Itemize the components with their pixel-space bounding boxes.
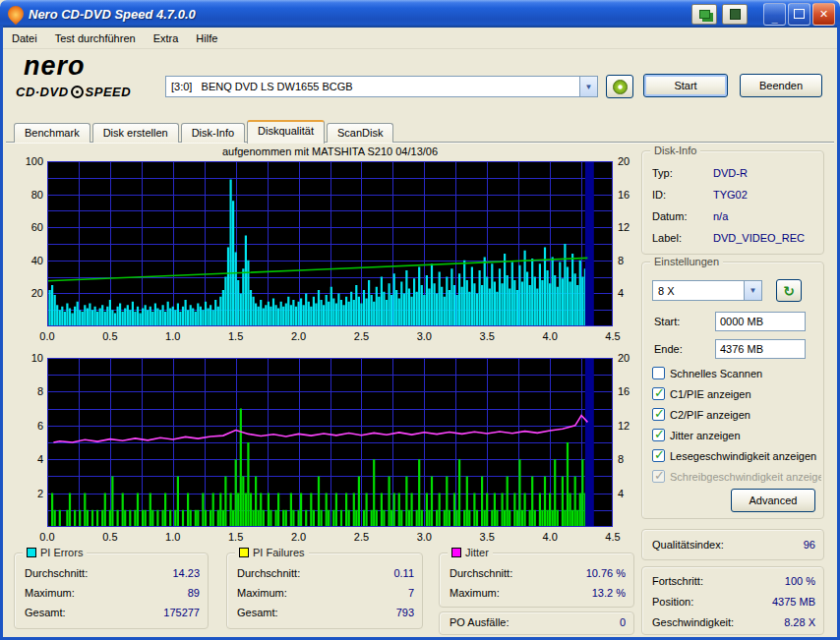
menu-hilfe[interactable]: Hilfe bbox=[187, 30, 226, 46]
checkbox-lesegeschwindigkeit[interactable]: Lesegeschwindigkeit anzeigen bbox=[652, 449, 821, 462]
field-label: Position: bbox=[652, 596, 693, 608]
axis-tick-label: 1.5 bbox=[222, 330, 250, 342]
field-label: Durchschnitt: bbox=[450, 567, 512, 579]
checkbox-box bbox=[652, 429, 665, 441]
disk-info-title: Disk-Info bbox=[650, 145, 700, 156]
stat-row: Durchschnitt: 10.76 % bbox=[450, 567, 626, 579]
maximize-button[interactable] bbox=[788, 3, 810, 26]
axis-tick-label: 8 bbox=[14, 385, 43, 397]
checkbox-schreibgeschwindigkeit[interactable]: Schreibgeschwindigkeit anzeigen bbox=[652, 470, 821, 483]
axis-tick-label: 6 bbox=[14, 420, 43, 432]
tab-disk-info[interactable]: Disk-Info bbox=[181, 123, 245, 143]
axis-tick-label: 40 bbox=[14, 255, 43, 266]
checkbox-box bbox=[652, 408, 665, 421]
maximize-icon bbox=[794, 9, 805, 19]
start-position-input[interactable]: 0000 MB bbox=[715, 312, 806, 331]
field-label: Maximum: bbox=[25, 587, 75, 599]
axis-tick-label: 3.0 bbox=[410, 531, 438, 543]
app-icon bbox=[5, 3, 28, 26]
stat-value: 10.76 % bbox=[586, 567, 626, 579]
pif-jitter-chart: 246810481216200.00.51.01.52.02.53.03.54.… bbox=[10, 342, 647, 545]
stat-value: 0.11 bbox=[393, 567, 414, 579]
refresh-button[interactable]: ↻ bbox=[776, 279, 802, 302]
position-row: Position: 4375 MB bbox=[652, 596, 815, 608]
axis-tick-label: 0.0 bbox=[33, 330, 61, 342]
panel-title-text: Jitter bbox=[465, 547, 489, 558]
tab-strip: Benchmark Disk erstellen Disk-Info Diskq… bbox=[14, 120, 395, 143]
tab-diskqualitaet[interactable]: Diskqualität bbox=[247, 120, 325, 144]
disk-date-value: n/a bbox=[713, 210, 728, 222]
close-button[interactable]: ✕ bbox=[812, 3, 835, 26]
stat-value: 13.2 % bbox=[592, 587, 626, 599]
speed-select[interactable]: 8 X ▼ bbox=[652, 280, 762, 301]
stat-value: 175277 bbox=[163, 607, 200, 618]
quit-button[interactable]: Beenden bbox=[740, 74, 822, 97]
axis-tick-label: 2.5 bbox=[347, 330, 375, 342]
menu-test-durchfuehren[interactable]: Test durchführen bbox=[46, 30, 145, 46]
stat-value: 793 bbox=[396, 607, 414, 618]
axis-tick-label: 8 bbox=[618, 453, 641, 465]
menu-datei[interactable]: Datei bbox=[3, 30, 46, 46]
speed-select-dropdown-button[interactable]: ▼ bbox=[744, 281, 761, 300]
axis-tick-label: 4.0 bbox=[536, 531, 564, 543]
logo-product-left: CD·DVD bbox=[16, 85, 69, 99]
stat-value: 7 bbox=[408, 587, 414, 599]
drive-select[interactable]: [3:0] BENQ DVD LS DW1655 BCGB ▼ bbox=[165, 76, 598, 97]
checkbox-jitter-anzeigen[interactable]: Jitter anzeigen bbox=[652, 429, 821, 441]
checkbox-c2-pif-anzeigen[interactable]: C2/PIF anzeigen bbox=[652, 408, 821, 421]
quality-index-value: 96 bbox=[804, 539, 815, 551]
menu-bar: Datei Test durchführen Extra Hilfe bbox=[3, 28, 837, 49]
disk-id-value: TYG02 bbox=[713, 189, 748, 201]
jitter-panel: Jitter Durchschnitt: 10.76 % Maximum: 13… bbox=[439, 553, 634, 608]
field-label: Label: bbox=[652, 232, 713, 244]
axis-tick-label: 4.5 bbox=[599, 531, 627, 543]
settings-title: Einstellungen bbox=[650, 256, 723, 267]
disk-label-value: DVD_VIDEO_REC bbox=[713, 232, 805, 244]
pi-failures-legend-swatch bbox=[239, 548, 249, 557]
disk-icon bbox=[730, 9, 741, 20]
menu-extra[interactable]: Extra bbox=[145, 30, 188, 46]
start-label: Start: bbox=[654, 316, 680, 327]
field-label: Durchschnitt: bbox=[25, 567, 88, 579]
disk-type-row: Typ: DVD-R bbox=[652, 167, 817, 179]
start-button[interactable]: Start bbox=[643, 74, 728, 97]
axis-tick-label: 20 bbox=[618, 352, 641, 364]
tab-scandisk[interactable]: ScanDisk bbox=[327, 123, 393, 143]
axis-tick-label: 12 bbox=[618, 420, 641, 432]
settings-group: Einstellungen 8 X ▼ ↻ Start: 0000 MB End… bbox=[641, 262, 824, 519]
checkbox-label: C1/PIE anzeigen bbox=[670, 388, 751, 400]
application-window: Nero CD-DVD Speed 4.7.0.0 _ ✕ Datei Test… bbox=[0, 0, 840, 640]
stat-row: Gesamt: 175277 bbox=[25, 607, 200, 618]
axis-tick-label: 2.0 bbox=[285, 330, 313, 342]
pif-jitter-plot bbox=[47, 358, 613, 527]
disc-logo-icon bbox=[71, 86, 84, 98]
drive-select-dropdown-button[interactable]: ▼ bbox=[579, 77, 597, 96]
axis-tick-label: 16 bbox=[618, 385, 641, 397]
checkbox-box bbox=[652, 367, 665, 379]
title-bar: Nero CD-DVD Speed 4.7.0.0 _ ✕ bbox=[0, 0, 840, 28]
checkbox-c1-pie-anzeigen[interactable]: C1/PIE anzeigen bbox=[652, 387, 821, 400]
field-label: Durchschnitt: bbox=[237, 567, 300, 579]
titlebar-tool-windows-button[interactable] bbox=[691, 4, 717, 25]
chevron-down-icon: ▼ bbox=[585, 83, 593, 91]
field-label: Maximum: bbox=[237, 587, 287, 599]
axis-tick-label: 4 bbox=[618, 488, 641, 499]
position-value: 4375 MB bbox=[772, 596, 815, 608]
field-label: Fortschritt: bbox=[652, 575, 703, 587]
end-position-input[interactable]: 4376 MB bbox=[715, 339, 806, 359]
speed-select-value: 8 X bbox=[653, 285, 744, 297]
tab-benchmark[interactable]: Benchmark bbox=[14, 123, 90, 143]
speed-row: Geschwindigkeit: 8.28 X bbox=[652, 616, 815, 628]
minimize-button[interactable]: _ bbox=[763, 3, 786, 26]
titlebar-tool-disk-button[interactable] bbox=[722, 4, 748, 25]
stat-row: Durchschnitt: 0.11 bbox=[237, 567, 414, 579]
advanced-button[interactable]: Advanced bbox=[731, 489, 815, 512]
drive-select-value: [3:0] BENQ DVD LS DW1655 BCGB bbox=[166, 81, 579, 92]
drive-tool-button[interactable] bbox=[606, 75, 633, 98]
tab-disk-erstellen[interactable]: Disk erstellen bbox=[92, 123, 179, 143]
axis-tick-label: 2.5 bbox=[347, 531, 375, 543]
checkbox-schnelles-scannen[interactable]: Schnelles Scannen bbox=[652, 367, 821, 379]
field-label: Datum: bbox=[652, 210, 713, 222]
close-icon: ✕ bbox=[819, 9, 828, 20]
axis-tick-label: 60 bbox=[14, 221, 43, 233]
